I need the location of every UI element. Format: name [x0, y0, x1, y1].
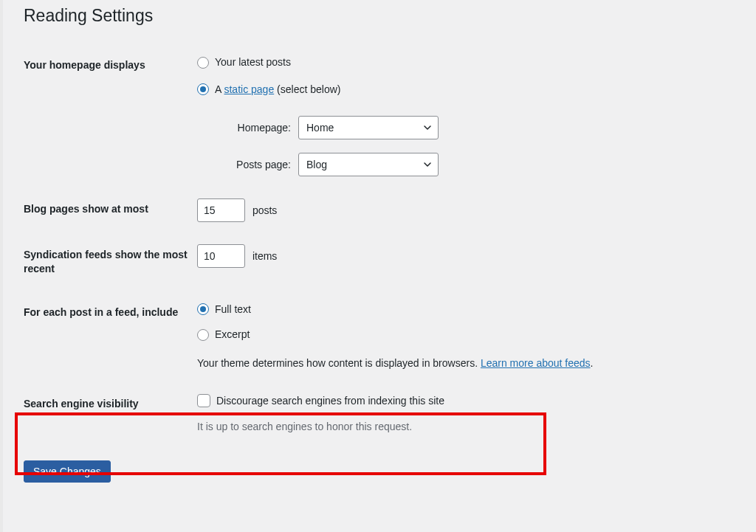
row-label-homepage: Your homepage displays — [24, 44, 197, 187]
radio-icon — [197, 329, 209, 341]
radio-full-text[interactable]: Full text — [197, 302, 251, 317]
search-visibility-description: It is up to search engines to honor this… — [197, 419, 728, 435]
blog-pages-input[interactable]: 15 — [197, 198, 245, 222]
radio-excerpt-label: Excerpt — [215, 327, 250, 342]
radio-latest-posts[interactable]: Your latest posts — [197, 55, 291, 70]
homepage-select-value: Home — [306, 120, 334, 136]
row-label-blog-pages: Blog pages show at most — [24, 187, 197, 233]
learn-more-feeds-link[interactable]: Learn more about feeds — [481, 357, 591, 369]
row-label-search-visibility: Search engine visibility — [24, 382, 197, 446]
blog-pages-unit: posts — [252, 204, 277, 216]
homepage-select-label: Homepage: — [213, 120, 291, 136]
homepage-select[interactable]: Home — [298, 116, 439, 139]
save-changes-button[interactable]: Save Changes — [24, 460, 111, 483]
chevron-down-icon — [423, 123, 432, 132]
discourage-search-label: Discourage search engines from indexing … — [216, 393, 444, 409]
radio-excerpt[interactable]: Excerpt — [197, 327, 250, 342]
radio-latest-posts-label: Your latest posts — [215, 55, 291, 70]
row-label-feed-include: For each post in a feed, include — [24, 291, 197, 382]
posts-page-select-label: Posts page: — [213, 157, 291, 173]
syndication-unit: items — [252, 250, 277, 262]
checkbox-icon — [197, 394, 210, 407]
posts-page-select-value: Blog — [306, 157, 327, 173]
radio-static-page-label: A static page (select below) — [215, 82, 340, 97]
syndication-input[interactable]: 10 — [197, 244, 245, 268]
static-page-link[interactable]: static page — [224, 83, 274, 95]
radio-full-text-label: Full text — [215, 302, 251, 317]
radio-icon — [197, 83, 209, 95]
radio-icon — [197, 303, 209, 315]
radio-static-page[interactable]: A static page (select below) — [197, 82, 340, 97]
row-label-syndication: Syndication feeds show the most recent — [24, 233, 197, 291]
chevron-down-icon — [423, 160, 432, 169]
page-title: Reading Settings — [24, 6, 735, 26]
feed-desc-text: Your theme determines how content is dis… — [197, 357, 481, 369]
radio-icon — [197, 57, 209, 69]
discourage-search-checkbox[interactable]: Discourage search engines from indexing … — [197, 393, 444, 409]
posts-page-select[interactable]: Blog — [298, 153, 439, 176]
